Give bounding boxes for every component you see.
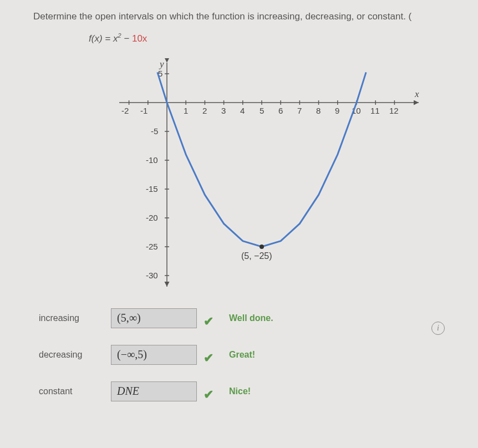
- function-minus: −: [121, 33, 132, 44]
- svg-text:5: 5: [260, 106, 264, 115]
- svg-text:-25: -25: [146, 242, 158, 251]
- function-equation: f(x) = x2 − 10x: [89, 32, 461, 44]
- answer-row-constant: constant DNE ✔ Nice!: [39, 381, 461, 402]
- svg-text:8: 8: [316, 106, 321, 115]
- parabola-curve: [157, 72, 366, 247]
- vertex-label: (5, −25): [241, 251, 272, 261]
- answer-label: constant: [39, 386, 111, 396]
- function-term: 10x: [132, 33, 147, 44]
- function-lhs: f(x) = x: [89, 33, 118, 44]
- x-axis-label: x: [414, 89, 419, 99]
- chart-svg: y x -2 -1 1 2 3 4 5 6 7 8 9 10 11 12 5 -…: [116, 58, 427, 291]
- svg-text:-20: -20: [146, 213, 158, 222]
- answer-row-decreasing: decreasing (−∞,5) ✔ Great!: [39, 344, 461, 365]
- answer-label: decreasing: [39, 350, 111, 360]
- answer-input-constant[interactable]: DNE: [111, 381, 197, 401]
- question-text: Determine the open intervals on which th…: [33, 11, 461, 22]
- vertex-point: [260, 245, 264, 249]
- check-icon: ✔: [204, 314, 213, 329]
- y-axis-label: y: [159, 59, 164, 69]
- info-icon[interactable]: i: [431, 322, 445, 335]
- check-icon: ✔: [204, 351, 213, 365]
- answer-label: increasing: [39, 313, 111, 323]
- svg-text:-1: -1: [140, 106, 148, 115]
- feedback-text: Great!: [229, 350, 255, 360]
- svg-text:2: 2: [202, 106, 207, 115]
- answers-section: increasing (5,∞) ✔ Well done. decreasing…: [39, 308, 461, 402]
- svg-text:1: 1: [184, 106, 188, 115]
- check-icon: ✔: [204, 388, 213, 402]
- svg-text:4: 4: [240, 106, 245, 115]
- answer-input-increasing[interactable]: (5,∞): [111, 308, 197, 328]
- svg-text:6: 6: [278, 106, 283, 115]
- feedback-text: Well done.: [229, 313, 273, 323]
- answer-input-decreasing[interactable]: (−∞,5): [111, 345, 197, 365]
- svg-text:7: 7: [297, 106, 302, 115]
- svg-text:-10: -10: [146, 155, 158, 165]
- svg-text:-5: -5: [151, 126, 158, 136]
- svg-text:-2: -2: [121, 106, 129, 115]
- svg-text:12: 12: [389, 106, 399, 115]
- svg-text:9: 9: [335, 106, 339, 115]
- svg-text:-30: -30: [146, 271, 158, 280]
- svg-text:11: 11: [370, 106, 380, 115]
- answer-row-increasing: increasing (5,∞) ✔ Well done.: [39, 308, 461, 329]
- svg-text:-15: -15: [146, 184, 158, 194]
- svg-text:3: 3: [221, 106, 226, 115]
- feedback-text: Nice!: [229, 386, 251, 396]
- function-graph: y x -2 -1 1 2 3 4 5 6 7 8 9 10 11 12 5 -…: [116, 58, 427, 291]
